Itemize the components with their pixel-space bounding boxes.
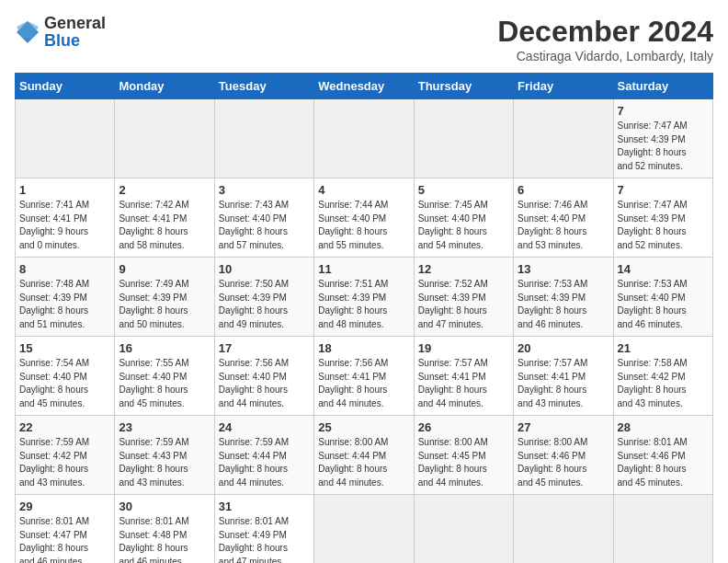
day-number: 13 <box>518 262 609 276</box>
day-info: Sunrise: 7:59 AM Sunset: 4:43 PM Dayligh… <box>119 436 210 489</box>
day-number: 29 <box>19 500 110 513</box>
table-row: 27Sunrise: 8:00 AM Sunset: 4:46 PM Dayli… <box>514 416 613 495</box>
table-row: 31Sunrise: 8:01 AM Sunset: 4:49 PM Dayli… <box>214 495 313 564</box>
table-row: 22Sunrise: 7:59 AM Sunset: 4:42 PM Dayli… <box>16 416 115 495</box>
day-info: Sunrise: 7:41 AM Sunset: 4:41 PM Dayligh… <box>19 199 110 252</box>
table-row <box>414 495 513 564</box>
table-row: 18Sunrise: 7:56 AM Sunset: 4:41 PM Dayli… <box>314 337 414 416</box>
table-row: 17Sunrise: 7:56 AM Sunset: 4:40 PM Dayli… <box>214 337 313 416</box>
table-row: 8Sunrise: 7:48 AM Sunset: 4:39 PM Daylig… <box>16 258 115 337</box>
day-info: Sunrise: 8:00 AM Sunset: 4:44 PM Dayligh… <box>318 436 409 489</box>
table-row: 15Sunrise: 7:54 AM Sunset: 4:40 PM Dayli… <box>16 337 115 416</box>
day-number: 16 <box>119 341 210 355</box>
day-number: 23 <box>119 420 210 434</box>
day-number: 21 <box>618 341 709 355</box>
col-monday: Monday <box>115 74 214 99</box>
table-row: 24Sunrise: 7:59 AM Sunset: 4:44 PM Dayli… <box>214 416 313 495</box>
day-number: 11 <box>318 262 409 276</box>
day-info: Sunrise: 8:01 AM Sunset: 4:48 PM Dayligh… <box>119 515 210 563</box>
table-row: 7Sunrise: 7:47 AM Sunset: 4:39 PM Daylig… <box>613 178 712 258</box>
day-number: 15 <box>19 341 110 355</box>
table-row: 1Sunrise: 7:41 AM Sunset: 4:41 PM Daylig… <box>16 178 115 258</box>
subtitle: Castiraga Vidardo, Lombardy, Italy <box>497 49 713 63</box>
table-row: 3Sunrise: 7:43 AM Sunset: 4:40 PM Daylig… <box>214 178 313 258</box>
day-info: Sunrise: 7:55 AM Sunset: 4:40 PM Dayligh… <box>119 357 210 410</box>
day-number: 2 <box>119 183 210 197</box>
table-row <box>214 99 313 178</box>
table-row <box>514 495 613 564</box>
day-number: 6 <box>518 183 609 197</box>
table-row <box>314 495 414 564</box>
table-row: 23Sunrise: 7:59 AM Sunset: 4:43 PM Dayli… <box>115 416 214 495</box>
day-info: Sunrise: 8:00 AM Sunset: 4:46 PM Dayligh… <box>518 436 609 489</box>
day-info: Sunrise: 7:56 AM Sunset: 4:40 PM Dayligh… <box>219 357 310 410</box>
day-info: Sunrise: 7:51 AM Sunset: 4:39 PM Dayligh… <box>318 278 409 331</box>
table-row <box>16 99 115 178</box>
day-info: Sunrise: 7:53 AM Sunset: 4:39 PM Dayligh… <box>518 278 609 331</box>
day-info: Sunrise: 7:53 AM Sunset: 4:40 PM Dayligh… <box>618 278 709 331</box>
table-row: 11Sunrise: 7:51 AM Sunset: 4:39 PM Dayli… <box>314 258 414 337</box>
day-number: 19 <box>418 341 509 355</box>
day-info: Sunrise: 7:47 AM Sunset: 4:39 PM Dayligh… <box>618 199 709 252</box>
day-info: Sunrise: 7:52 AM Sunset: 4:39 PM Dayligh… <box>418 278 509 331</box>
table-row: 25Sunrise: 8:00 AM Sunset: 4:44 PM Dayli… <box>314 416 414 495</box>
day-number: 24 <box>219 420 310 434</box>
day-number: 14 <box>618 262 709 276</box>
table-row: 10Sunrise: 7:50 AM Sunset: 4:39 PM Dayli… <box>214 258 313 337</box>
day-number: 3 <box>219 183 310 197</box>
day-info: Sunrise: 8:01 AM Sunset: 4:46 PM Dayligh… <box>618 436 709 489</box>
day-number: 10 <box>219 262 310 276</box>
table-row <box>514 99 613 178</box>
day-number: 22 <box>19 420 110 434</box>
day-info: Sunrise: 7:59 AM Sunset: 4:42 PM Dayligh… <box>19 436 110 489</box>
day-info: Sunrise: 7:54 AM Sunset: 4:40 PM Dayligh… <box>19 357 110 410</box>
logo: General Blue <box>15 15 106 50</box>
table-row: 26Sunrise: 8:00 AM Sunset: 4:45 PM Dayli… <box>414 416 513 495</box>
col-sunday: Sunday <box>16 74 115 99</box>
table-row: 21Sunrise: 7:58 AM Sunset: 4:42 PM Dayli… <box>613 337 712 416</box>
day-number: 9 <box>119 262 210 276</box>
table-row: 14Sunrise: 7:53 AM Sunset: 4:40 PM Dayli… <box>613 258 712 337</box>
day-number: 12 <box>418 262 509 276</box>
day-number: 5 <box>418 183 509 197</box>
day-number: 27 <box>518 420 609 434</box>
table-row: 12Sunrise: 7:52 AM Sunset: 4:39 PM Dayli… <box>414 258 513 337</box>
table-row: 16Sunrise: 7:55 AM Sunset: 4:40 PM Dayli… <box>115 337 214 416</box>
table-row: 19Sunrise: 7:57 AM Sunset: 4:41 PM Dayli… <box>414 337 513 416</box>
table-row: 13Sunrise: 7:53 AM Sunset: 4:39 PM Dayli… <box>514 258 613 337</box>
table-row <box>414 99 513 178</box>
day-info: Sunrise: 7:43 AM Sunset: 4:40 PM Dayligh… <box>219 199 310 252</box>
main-title: December 2024 <box>497 15 713 49</box>
calendar-table: Sunday Monday Tuesday Wednesday Thursday… <box>15 73 713 563</box>
table-row: 4Sunrise: 7:44 AM Sunset: 4:40 PM Daylig… <box>314 178 414 258</box>
day-number: 20 <box>518 341 609 355</box>
table-row: 29Sunrise: 8:01 AM Sunset: 4:47 PM Dayli… <box>16 495 115 564</box>
logo-text: General Blue <box>44 15 106 50</box>
day-info: Sunrise: 8:00 AM Sunset: 4:45 PM Dayligh… <box>418 436 509 489</box>
table-row: 5Sunrise: 7:45 AM Sunset: 4:40 PM Daylig… <box>414 178 513 258</box>
day-number: 18 <box>318 341 409 355</box>
table-row: 7Sunrise: 7:47 AM Sunset: 4:39 PM Daylig… <box>613 99 712 178</box>
day-number: 4 <box>318 183 409 197</box>
title-area: December 2024 Castiraga Vidardo, Lombard… <box>497 15 713 63</box>
day-info: Sunrise: 7:46 AM Sunset: 4:40 PM Dayligh… <box>518 199 609 252</box>
day-number: 1 <box>19 183 110 197</box>
day-info: Sunrise: 7:59 AM Sunset: 4:44 PM Dayligh… <box>219 436 310 489</box>
table-row: 2Sunrise: 7:42 AM Sunset: 4:41 PM Daylig… <box>115 178 214 258</box>
day-number: 28 <box>618 420 709 434</box>
day-info: Sunrise: 7:57 AM Sunset: 4:41 PM Dayligh… <box>418 357 509 410</box>
day-number: 30 <box>119 500 210 513</box>
table-row: 20Sunrise: 7:57 AM Sunset: 4:41 PM Dayli… <box>514 337 613 416</box>
table-row: 30Sunrise: 8:01 AM Sunset: 4:48 PM Dayli… <box>115 495 214 564</box>
col-wednesday: Wednesday <box>314 74 414 99</box>
calendar-header: Sunday Monday Tuesday Wednesday Thursday… <box>16 74 713 99</box>
table-row <box>613 495 712 564</box>
col-thursday: Thursday <box>414 74 513 99</box>
col-saturday: Saturday <box>613 74 712 99</box>
day-info: Sunrise: 8:01 AM Sunset: 4:49 PM Dayligh… <box>219 515 310 563</box>
table-row: 9Sunrise: 7:49 AM Sunset: 4:39 PM Daylig… <box>115 258 214 337</box>
day-number: 17 <box>219 341 310 355</box>
col-friday: Friday <box>514 74 613 99</box>
day-number: 26 <box>418 420 509 434</box>
table-row <box>115 99 214 178</box>
